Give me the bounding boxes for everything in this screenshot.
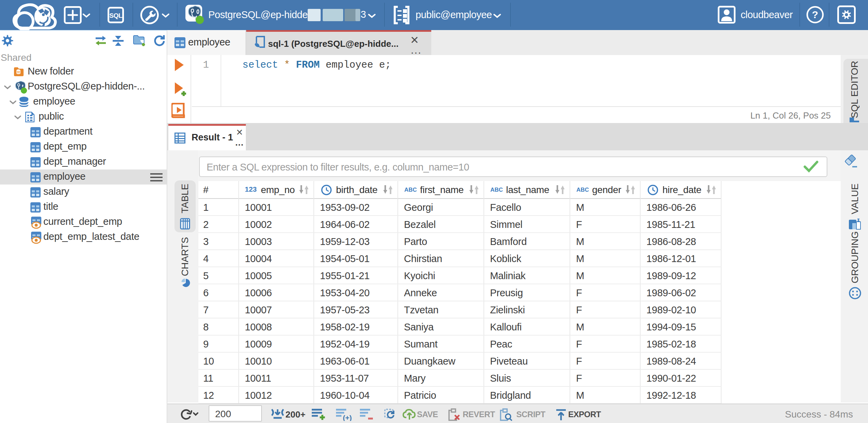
svg-text:123: 123: [245, 185, 256, 193]
svg-text:ABC: ABC: [404, 187, 417, 193]
svg-text:ABC: ABC: [490, 187, 503, 193]
svg-text:?: ?: [812, 9, 818, 20]
svg-text:(+): (+): [343, 414, 352, 421]
svg-text:SQL: SQL: [109, 12, 122, 19]
svg-text:ABC: ABC: [576, 187, 589, 193]
